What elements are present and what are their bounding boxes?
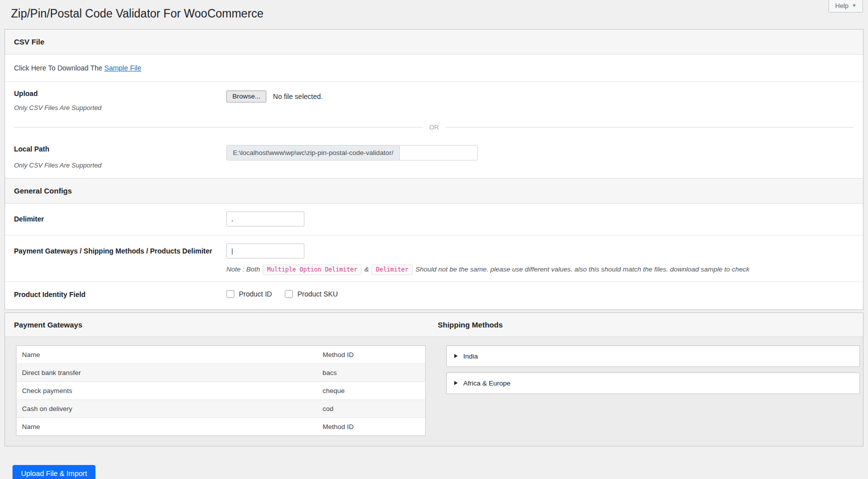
upload-label: Upload: [14, 90, 226, 98]
local-path-input-group: E:\localhost\www\wp\wc\zip-pin-postal-co…: [226, 145, 854, 160]
delimiter-row: Delimiter: [5, 204, 863, 236]
product-sku-checkbox[interactable]: [285, 290, 293, 298]
table-header-row: Name Method ID: [16, 346, 426, 364]
or-divider-text: OR: [429, 124, 439, 131]
payment-gateways-table-wrap: Name Method ID Direct bank transfer bacs…: [16, 346, 426, 436]
gateway-name-cell: Direct bank transfer: [16, 364, 317, 382]
column-header-method-id: Method ID: [317, 346, 425, 364]
column-footer-method-id: Method ID: [317, 418, 425, 436]
accordion-label: India: [463, 352, 478, 360]
gateway-name-cell: Check payments: [16, 382, 317, 400]
gateways-shipping-panel: Payment Gateways Shipping Methods Name M…: [4, 312, 864, 446]
delimiter-note: Note : BothMultiple Option Delimiter&Del…: [226, 266, 854, 273]
local-path-label: Local Path: [14, 145, 226, 153]
csv-settings-panel: CSV File Click Here To Download The Samp…: [4, 29, 864, 310]
gateway-method-cell: bacs: [317, 364, 425, 382]
table-footer-row: Name Method ID: [16, 418, 426, 436]
upload-hint: Only CSV Files Are Supported: [14, 104, 226, 112]
table-row: Check payments cheque: [16, 382, 426, 400]
column-footer-name: Name: [16, 418, 317, 436]
caret-right-icon: [454, 354, 458, 358]
gateway-method-cell: cod: [317, 400, 425, 418]
payment-gateways-section-header: Payment Gateways: [5, 320, 438, 329]
sample-file-row: Click Here To Download The Sample File: [5, 54, 863, 82]
page-title: Zip/Pin/Postal Code Validator For WooCom…: [0, 0, 868, 22]
or-divider: OR: [14, 124, 854, 131]
accordion-label: Africa & Europe: [463, 380, 511, 387]
product-id-option: Product ID: [226, 290, 272, 298]
file-input: Browse... No file selected.: [226, 90, 854, 102]
multi-delimiter-row: Payment Gateways / Shipping Methods / Pr…: [5, 236, 863, 282]
gateway-name-cell: Cash on delivery: [16, 400, 317, 418]
help-button[interactable]: Help ▼: [829, 0, 863, 12]
multi-delimiter-input[interactable]: [226, 244, 304, 258]
upload-import-button[interactable]: Upload File & Import: [12, 465, 95, 479]
csv-file-section-header: CSV File: [5, 30, 863, 54]
payment-gateways-table: Name Method ID Direct bank transfer bacs…: [16, 346, 426, 436]
multi-delimiter-label: Payment Gateways / Shipping Methods / Pr…: [14, 244, 226, 255]
gateway-method-cell: cheque: [317, 382, 425, 400]
general-configs-section-header: General Configs: [5, 178, 863, 204]
note-prefix: Note : Both: [226, 266, 260, 273]
chevron-down-icon: ▼: [852, 4, 857, 8]
delimiter-label: Delimiter: [14, 212, 226, 223]
help-button-label: Help: [835, 2, 849, 10]
divider-line: [445, 127, 854, 128]
note-suffix: Should not be the same. please use diffe…: [415, 266, 750, 273]
code-multiple-option-delimiter: Multiple Option Delimiter: [263, 264, 362, 275]
note-conjunction: &: [364, 266, 369, 273]
table-row: Cash on delivery cod: [16, 400, 426, 418]
table-row: Direct bank transfer bacs: [16, 364, 426, 382]
download-instruction-text: Click Here To Download The: [14, 64, 104, 72]
product-identity-label: Product Identity Field: [14, 290, 226, 298]
local-path-prefix: E:\localhost\www\wp\wc\zip-pin-postal-co…: [226, 145, 400, 160]
file-status-text: No file selected.: [273, 92, 323, 100]
product-sku-label: Product SKU: [297, 290, 338, 298]
gateways-shipping-header-band: Payment Gateways Shipping Methods: [5, 313, 863, 337]
delimiter-input[interactable]: [226, 212, 304, 226]
local-path-input[interactable]: [400, 145, 478, 160]
accordion-africa-europe[interactable]: Africa & Europe: [446, 372, 860, 394]
shipping-methods-list: India Africa & Europe: [446, 346, 860, 436]
product-identity-options: Product ID Product SKU: [226, 290, 854, 298]
upload-row: Upload Only CSV Files Are Supported Brow…: [5, 82, 863, 116]
code-delimiter: Delimiter: [371, 264, 413, 275]
product-identity-row: Product Identity Field Product ID Produc…: [5, 282, 863, 310]
local-path-row: Local Path Only CSV Files Are Supported …: [5, 138, 863, 178]
product-sku-option: Product SKU: [285, 290, 338, 298]
local-path-hint: Only CSV Files Are Supported: [14, 162, 226, 169]
product-id-checkbox[interactable]: [226, 290, 234, 298]
divider-line: [14, 127, 423, 128]
product-id-label: Product ID: [239, 290, 272, 298]
column-header-name: Name: [16, 346, 317, 364]
sample-file-link[interactable]: Sample File: [104, 64, 141, 72]
browse-button[interactable]: Browse...: [226, 90, 266, 102]
shipping-methods-section-header: Shipping Methods: [438, 320, 503, 329]
caret-right-icon: [454, 381, 458, 385]
accordion-india[interactable]: India: [446, 346, 860, 367]
gateways-shipping-body: Name Method ID Direct bank transfer bacs…: [5, 337, 863, 446]
